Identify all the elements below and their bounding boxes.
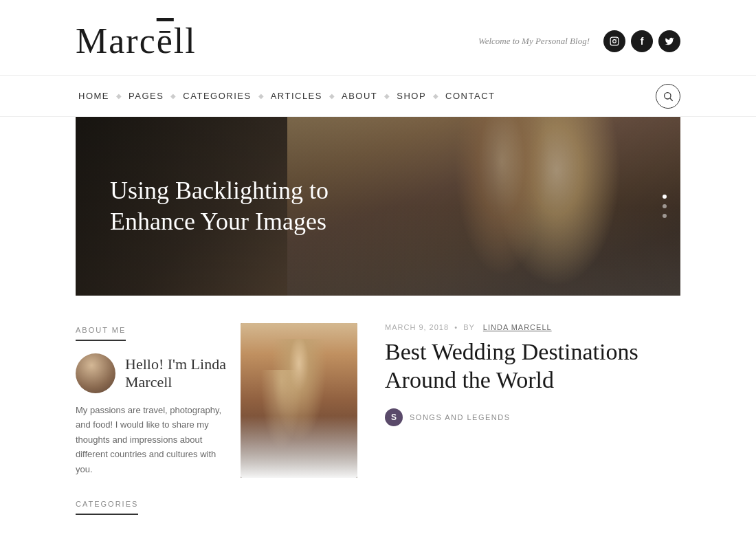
article-tag: S SONGS AND LEGENDS xyxy=(385,408,680,426)
avatar-image xyxy=(76,353,115,393)
article-card: MARCH 9, 2018 • by Linda Marcell Best We… xyxy=(364,323,680,527)
nav-item-categories[interactable]: CATEGORIES xyxy=(180,91,254,101)
nav-dot-2: ◆ xyxy=(170,92,176,100)
facebook-letter: f xyxy=(641,36,644,47)
nav-dot-6: ◆ xyxy=(433,92,438,100)
categories-section: CATEGORIES xyxy=(76,497,227,527)
header-tagline: Welcome to My Personal Blog! xyxy=(478,36,590,47)
site-logo[interactable]: Marcēll xyxy=(76,21,197,61)
avatar xyxy=(76,353,115,393)
featured-post xyxy=(227,323,364,527)
nav-dot-1: ◆ xyxy=(116,92,122,100)
social-icons: f xyxy=(603,30,680,52)
hero-pagination xyxy=(663,195,667,218)
hero-dot-2[interactable] xyxy=(663,204,667,208)
logo-overline: ē xyxy=(157,21,174,60)
nav-item-articles[interactable]: ARTICLES xyxy=(268,91,325,101)
facebook-icon[interactable]: f xyxy=(631,30,653,52)
nav-item-home[interactable]: HOME xyxy=(76,91,112,101)
main-nav: HOME ◆ PAGES ◆ CATEGORIES ◆ ARTICLES ◆ A… xyxy=(0,76,756,117)
article-title[interactable]: Best Wedding Destinations Around the Wor… xyxy=(385,338,680,395)
nav-item-about[interactable]: ABOUT xyxy=(339,91,380,101)
nav-dot-5: ◆ xyxy=(384,92,390,100)
hero-dot-1[interactable] xyxy=(663,195,667,199)
hero-title: Using Backlighting to Enhance Your Image… xyxy=(110,175,371,237)
about-description: My passions are travel, photography, and… xyxy=(76,403,227,476)
handwriting-text: Hello! I'm Linda Marcell xyxy=(125,355,227,392)
nav-item-contact[interactable]: CONTACT xyxy=(443,91,498,101)
categories-label: CATEGORIES xyxy=(76,500,138,515)
tag-initial[interactable]: S xyxy=(385,408,403,426)
article-meta: MARCH 9, 2018 • by Linda Marcell xyxy=(385,323,680,331)
main-content: ABOUT ME Hello! I'm Linda Marcell My pas… xyxy=(0,296,756,527)
svg-line-4 xyxy=(670,98,673,101)
hero-content: Using Backlighting to Enhance Your Image… xyxy=(76,175,405,237)
search-icon xyxy=(656,84,680,109)
svg-point-1 xyxy=(613,39,616,43)
article-author[interactable]: Linda Marcell xyxy=(483,323,552,331)
hero-dot-3[interactable] xyxy=(663,214,667,218)
instagram-icon[interactable] xyxy=(603,30,625,52)
nav-dot-3: ◆ xyxy=(258,92,264,100)
header-right: Welcome to My Personal Blog! f xyxy=(478,30,680,52)
hero-section: Using Backlighting to Enhance Your Image… xyxy=(76,117,680,296)
svg-point-2 xyxy=(616,38,617,39)
svg-rect-0 xyxy=(610,37,619,45)
about-me-label: ABOUT ME xyxy=(76,326,126,341)
nav-links: HOME ◆ PAGES ◆ CATEGORIES ◆ ARTICLES ◆ A… xyxy=(76,91,498,101)
about-me-section: ABOUT ME Hello! I'm Linda Marcell My pas… xyxy=(76,323,227,476)
article-date: MARCH 9, 2018 xyxy=(385,323,449,331)
site-header: Marcēll Welcome to My Personal Blog! f xyxy=(0,0,756,76)
tag-label[interactable]: SONGS AND LEGENDS xyxy=(410,413,511,421)
twitter-icon[interactable] xyxy=(658,30,680,52)
nav-item-pages[interactable]: PAGES xyxy=(126,91,166,101)
svg-point-3 xyxy=(665,92,671,98)
about-me-top: Hello! I'm Linda Marcell xyxy=(76,353,227,393)
search-button[interactable] xyxy=(656,84,680,109)
featured-image-inner xyxy=(241,323,357,478)
featured-image[interactable] xyxy=(241,323,357,478)
nav-dot-4: ◆ xyxy=(329,92,335,100)
sidebar: ABOUT ME Hello! I'm Linda Marcell My pas… xyxy=(76,323,227,527)
article-author-prefix: by xyxy=(463,323,474,331)
nav-item-shop[interactable]: SHOP xyxy=(394,91,429,101)
